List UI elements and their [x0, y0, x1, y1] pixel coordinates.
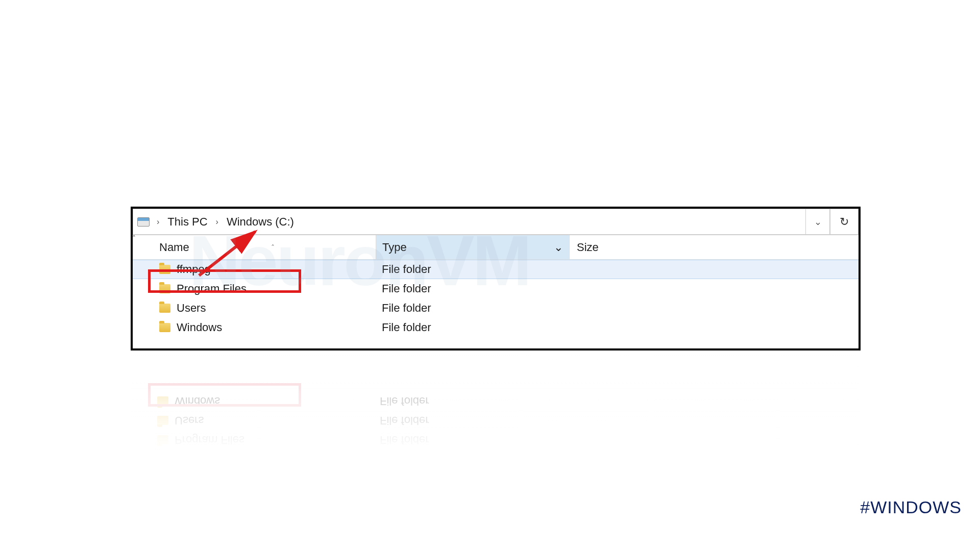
folder-icon: [159, 284, 170, 293]
cell-type: File folder: [374, 433, 568, 446]
breadcrumb[interactable]: › This PC › Windows (C:): [133, 209, 805, 235]
cell-type: File folder: [376, 321, 570, 334]
cell-type: File folder: [374, 453, 568, 466]
table-row: Program FilesFile folder: [131, 430, 861, 449]
folder-icon: [159, 323, 170, 332]
address-bar: › This PC › Windows (C:) ⌄ ↻: [133, 209, 859, 235]
table-row: WindowsFile folder: [131, 391, 861, 411]
column-header-type[interactable]: Type ⌄: [376, 235, 570, 259]
column-header-size[interactable]: Size: [570, 241, 859, 254]
chevron-down-icon: ⌄: [554, 241, 563, 254]
cell-name: Program Files: [141, 282, 376, 295]
reflection-effect: ˅ Name ˄ Type ⌄ Size ffmpegFile folderPr…: [131, 350, 861, 493]
column-header-name[interactable]: Name ˄: [141, 241, 376, 254]
cell-name: Users: [139, 414, 374, 427]
chevron-right-icon: ›: [213, 217, 222, 227]
cell-name: Program Files: [139, 433, 374, 446]
cell-type: File folder: [376, 282, 570, 295]
item-name: ffmpeg: [175, 453, 209, 466]
sort-indicator-icon: ˄: [271, 243, 275, 252]
table-row[interactable]: Program FilesFile folder: [133, 279, 859, 298]
table-row: UsersFile folder: [131, 411, 861, 430]
folder-icon: [157, 435, 168, 444]
column-size-label: Size: [577, 241, 599, 254]
cell-name: Windows: [141, 321, 376, 334]
folder-icon: [159, 304, 170, 313]
table-row: ffmpegFile folder: [131, 449, 861, 469]
cell-name: ffmpeg: [139, 453, 374, 466]
item-name: Program Files: [175, 433, 244, 446]
folder-icon: [157, 455, 168, 464]
breadcrumb-drive[interactable]: Windows (C:): [225, 213, 296, 231]
item-name: Users: [175, 414, 204, 427]
file-list: ffmpegFile folderProgram FilesFile folde…: [133, 260, 859, 337]
cell-name: Windows: [139, 394, 374, 408]
hashtag-label: #WINDOWS: [860, 497, 962, 517]
cell-name: Users: [141, 302, 376, 315]
chevron-down-icon: ⌄: [814, 216, 822, 228]
table-row[interactable]: WindowsFile folder: [133, 318, 859, 337]
cell-name: ffmpeg: [141, 263, 376, 276]
item-name: ffmpeg: [177, 263, 211, 276]
item-name: Windows: [175, 394, 220, 408]
cell-type: File folder: [374, 414, 568, 427]
column-name-label: Name: [159, 241, 189, 254]
cell-type: File folder: [374, 394, 568, 408]
item-name: Users: [177, 302, 206, 315]
folder-icon: [157, 396, 168, 406]
item-name: Windows: [177, 321, 222, 334]
table-row[interactable]: UsersFile folder: [133, 298, 859, 318]
breadcrumb-this-pc[interactable]: This PC: [165, 213, 209, 231]
chevron-right-icon: ›: [154, 217, 162, 227]
file-explorer-window: › This PC › Windows (C:) ⌄ ↻ ˄ Name ˄ Ty…: [131, 207, 861, 350]
folder-icon: [157, 416, 168, 425]
drive-icon: [137, 217, 150, 227]
cell-type: File folder: [376, 263, 570, 276]
address-dropdown-button[interactable]: ⌄: [805, 209, 830, 235]
refresh-icon: ↻: [840, 215, 849, 229]
column-headers: ˄ Name ˄ Type ⌄ Size: [133, 235, 859, 260]
folder-icon: [159, 265, 170, 274]
column-type-label: Type: [382, 241, 407, 254]
scroll-up-icon[interactable]: ˄: [132, 234, 141, 243]
refresh-button[interactable]: ↻: [830, 209, 859, 235]
cell-type: File folder: [376, 302, 570, 315]
table-row[interactable]: ffmpegFile folder: [133, 260, 859, 279]
item-name: Program Files: [177, 282, 247, 295]
